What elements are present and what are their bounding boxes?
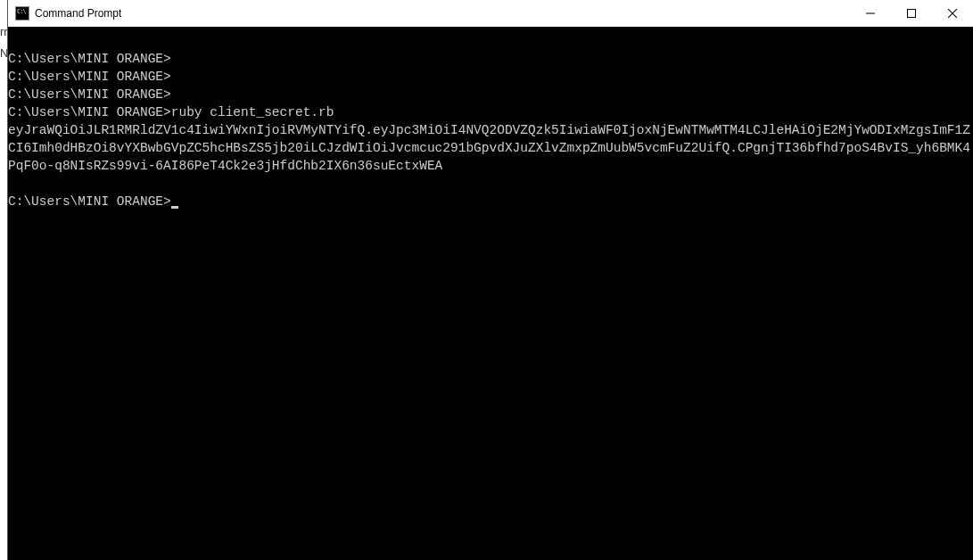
- close-button[interactable]: [932, 0, 973, 27]
- svg-rect-1: [908, 10, 916, 18]
- terminal-prompt: C:\Users\MINI ORANGE>: [8, 194, 178, 209]
- bg-text-1: rn: [0, 23, 7, 41]
- terminal-line: C:\Users\MINI ORANGE>: [8, 70, 171, 84]
- cmd-icon: [15, 6, 29, 21]
- terminal-output[interactable]: C:\Users\MINI ORANGE> C:\Users\MINI ORAN…: [8, 27, 973, 560]
- terminal-line: eyJraWQiOiJLR1RMRldZV1c4IiwiYWxnIjoiRVMy…: [8, 123, 970, 173]
- terminal-line: C:\Users\MINI ORANGE>ruby client_secret.…: [8, 105, 334, 119]
- minimize-button[interactable]: [850, 0, 891, 27]
- minimize-icon: [866, 9, 875, 18]
- bg-text-2: Nc: [0, 45, 7, 62]
- titlebar[interactable]: Command Prompt: [8, 0, 973, 27]
- prompt-text: C:\Users\MINI ORANGE>: [8, 194, 171, 209]
- maximize-icon: [907, 9, 916, 18]
- close-icon: [948, 9, 957, 18]
- terminal-line: C:\Users\MINI ORANGE>: [8, 52, 171, 66]
- cursor: [171, 206, 178, 209]
- window-controls: [850, 0, 973, 27]
- command-prompt-window: Command Prompt C:\Users\MINI ORANGE> C:\…: [7, 0, 973, 560]
- maximize-button[interactable]: [891, 0, 932, 27]
- terminal-line: C:\Users\MINI ORANGE>: [8, 87, 171, 102]
- background-window-fragment: rn Nc: [0, 0, 7, 560]
- window-title: Command Prompt: [35, 7, 121, 20]
